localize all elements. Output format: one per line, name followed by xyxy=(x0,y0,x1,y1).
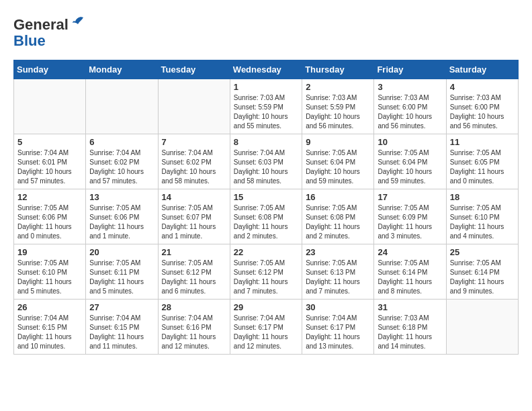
day-info: Sunrise: 7:05 AM Sunset: 6:08 PM Dayligh… xyxy=(306,203,370,241)
calendar-day-cell: 9Sunrise: 7:05 AM Sunset: 6:04 PM Daylig… xyxy=(302,134,374,189)
calendar-day-cell: 6Sunrise: 7:04 AM Sunset: 6:02 PM Daylig… xyxy=(86,134,158,189)
weekday-header: Thursday xyxy=(302,60,374,79)
calendar-day-cell: 8Sunrise: 7:04 AM Sunset: 6:03 PM Daylig… xyxy=(230,134,302,189)
day-info: Sunrise: 7:05 AM Sunset: 6:14 PM Dayligh… xyxy=(378,259,442,296)
calendar-empty-cell xyxy=(14,79,86,134)
calendar-week-row: 1Sunrise: 7:03 AM Sunset: 5:59 PM Daylig… xyxy=(14,79,519,134)
calendar-day-cell: 11Sunrise: 7:05 AM Sunset: 6:05 PM Dayli… xyxy=(446,134,518,189)
calendar-day-cell: 17Sunrise: 7:05 AM Sunset: 6:09 PM Dayli… xyxy=(374,189,446,244)
day-info: Sunrise: 7:05 AM Sunset: 6:14 PM Dayligh… xyxy=(450,259,515,296)
calendar-day-cell: 24Sunrise: 7:05 AM Sunset: 6:14 PM Dayli… xyxy=(374,244,446,300)
day-number: 11 xyxy=(450,137,515,147)
calendar-day-cell: 10Sunrise: 7:05 AM Sunset: 6:04 PM Dayli… xyxy=(374,134,446,189)
day-number: 22 xyxy=(234,247,298,257)
day-info: Sunrise: 7:03 AM Sunset: 5:59 PM Dayligh… xyxy=(234,93,298,131)
calendar-day-cell: 7Sunrise: 7:04 AM Sunset: 6:02 PM Daylig… xyxy=(158,134,230,189)
logo: General Blue xyxy=(13,13,86,49)
weekday-header: Friday xyxy=(374,60,446,79)
day-number: 24 xyxy=(378,247,442,257)
logo-bird-icon xyxy=(70,13,86,30)
day-number: 26 xyxy=(17,302,82,312)
calendar-day-cell: 21Sunrise: 7:05 AM Sunset: 6:12 PM Dayli… xyxy=(158,244,230,300)
weekday-header: Monday xyxy=(86,60,158,79)
day-info: Sunrise: 7:04 AM Sunset: 6:03 PM Dayligh… xyxy=(234,148,298,186)
day-number: 17 xyxy=(378,192,442,202)
day-number: 1 xyxy=(234,82,298,92)
day-number: 30 xyxy=(306,302,370,312)
day-number: 14 xyxy=(162,192,226,202)
calendar-day-cell: 4Sunrise: 7:03 AM Sunset: 6:00 PM Daylig… xyxy=(446,79,518,134)
calendar-day-cell: 12Sunrise: 7:05 AM Sunset: 6:06 PM Dayli… xyxy=(14,189,86,244)
calendar-day-cell: 5Sunrise: 7:04 AM Sunset: 6:01 PM Daylig… xyxy=(14,134,86,189)
day-info: Sunrise: 7:05 AM Sunset: 6:12 PM Dayligh… xyxy=(234,259,298,296)
day-info: Sunrise: 7:04 AM Sunset: 6:17 PM Dayligh… xyxy=(306,314,370,351)
day-number: 18 xyxy=(450,192,515,202)
day-number: 6 xyxy=(89,137,154,147)
calendar-empty-cell xyxy=(86,79,158,134)
day-info: Sunrise: 7:03 AM Sunset: 6:18 PM Dayligh… xyxy=(378,314,442,351)
calendar-day-cell: 19Sunrise: 7:05 AM Sunset: 6:10 PM Dayli… xyxy=(14,244,86,300)
day-number: 15 xyxy=(234,192,298,202)
day-number: 16 xyxy=(306,192,370,202)
calendar-day-cell: 3Sunrise: 7:03 AM Sunset: 6:00 PM Daylig… xyxy=(374,79,446,134)
day-info: Sunrise: 7:05 AM Sunset: 6:11 PM Dayligh… xyxy=(89,259,154,296)
calendar-empty-cell xyxy=(158,79,230,134)
calendar-day-cell: 26Sunrise: 7:04 AM Sunset: 6:15 PM Dayli… xyxy=(14,300,86,355)
day-info: Sunrise: 7:05 AM Sunset: 6:10 PM Dayligh… xyxy=(450,203,515,241)
day-number: 9 xyxy=(306,137,370,147)
weekday-header: Tuesday xyxy=(158,60,230,79)
calendar-day-cell: 27Sunrise: 7:04 AM Sunset: 6:15 PM Dayli… xyxy=(86,300,158,355)
day-info: Sunrise: 7:03 AM Sunset: 6:00 PM Dayligh… xyxy=(378,93,442,131)
calendar-day-cell: 25Sunrise: 7:05 AM Sunset: 6:14 PM Dayli… xyxy=(446,244,518,300)
day-number: 8 xyxy=(234,137,298,147)
day-number: 29 xyxy=(234,302,298,312)
logo-general: General xyxy=(13,16,69,33)
calendar-day-cell: 31Sunrise: 7:03 AM Sunset: 6:18 PM Dayli… xyxy=(374,300,446,355)
day-number: 20 xyxy=(89,247,154,257)
calendar-empty-cell xyxy=(446,300,518,355)
day-info: Sunrise: 7:05 AM Sunset: 6:12 PM Dayligh… xyxy=(162,259,226,296)
day-info: Sunrise: 7:05 AM Sunset: 6:13 PM Dayligh… xyxy=(306,259,370,296)
calendar-day-cell: 22Sunrise: 7:05 AM Sunset: 6:12 PM Dayli… xyxy=(230,244,302,300)
calendar-day-cell: 13Sunrise: 7:05 AM Sunset: 6:06 PM Dayli… xyxy=(86,189,158,244)
calendar-week-row: 19Sunrise: 7:05 AM Sunset: 6:10 PM Dayli… xyxy=(14,244,519,300)
page-header: General Blue xyxy=(13,13,519,49)
day-info: Sunrise: 7:05 AM Sunset: 6:09 PM Dayligh… xyxy=(378,203,442,241)
calendar-day-cell: 29Sunrise: 7:04 AM Sunset: 6:17 PM Dayli… xyxy=(230,300,302,355)
day-info: Sunrise: 7:05 AM Sunset: 6:05 PM Dayligh… xyxy=(450,148,515,186)
calendar-week-row: 26Sunrise: 7:04 AM Sunset: 6:15 PM Dayli… xyxy=(14,300,519,355)
calendar-table: SundayMondayTuesdayWednesdayThursdayFrid… xyxy=(13,60,519,355)
day-info: Sunrise: 7:05 AM Sunset: 6:07 PM Dayligh… xyxy=(162,203,226,241)
day-number: 4 xyxy=(450,82,515,92)
day-info: Sunrise: 7:04 AM Sunset: 6:15 PM Dayligh… xyxy=(89,314,154,351)
day-info: Sunrise: 7:03 AM Sunset: 5:59 PM Dayligh… xyxy=(306,93,370,131)
day-info: Sunrise: 7:04 AM Sunset: 6:17 PM Dayligh… xyxy=(234,314,298,351)
weekday-header: Sunday xyxy=(14,60,86,79)
weekday-header-row: SundayMondayTuesdayWednesdayThursdayFrid… xyxy=(14,60,519,79)
weekday-header: Saturday xyxy=(446,60,518,79)
day-number: 21 xyxy=(162,247,226,257)
day-info: Sunrise: 7:05 AM Sunset: 6:06 PM Dayligh… xyxy=(89,203,154,241)
day-number: 31 xyxy=(378,302,442,312)
day-number: 23 xyxy=(306,247,370,257)
calendar-day-cell: 18Sunrise: 7:05 AM Sunset: 6:10 PM Dayli… xyxy=(446,189,518,244)
day-number: 5 xyxy=(17,137,82,147)
calendar-day-cell: 15Sunrise: 7:05 AM Sunset: 6:08 PM Dayli… xyxy=(230,189,302,244)
day-info: Sunrise: 7:04 AM Sunset: 6:02 PM Dayligh… xyxy=(162,148,226,186)
calendar-day-cell: 23Sunrise: 7:05 AM Sunset: 6:13 PM Dayli… xyxy=(302,244,374,300)
weekday-header: Wednesday xyxy=(230,60,302,79)
day-info: Sunrise: 7:05 AM Sunset: 6:08 PM Dayligh… xyxy=(234,203,298,241)
day-info: Sunrise: 7:04 AM Sunset: 6:02 PM Dayligh… xyxy=(89,148,154,186)
day-number: 10 xyxy=(378,137,442,147)
calendar-day-cell: 16Sunrise: 7:05 AM Sunset: 6:08 PM Dayli… xyxy=(302,189,374,244)
day-info: Sunrise: 7:05 AM Sunset: 6:04 PM Dayligh… xyxy=(378,148,442,186)
calendar-week-row: 12Sunrise: 7:05 AM Sunset: 6:06 PM Dayli… xyxy=(14,189,519,244)
calendar-day-cell: 14Sunrise: 7:05 AM Sunset: 6:07 PM Dayli… xyxy=(158,189,230,244)
day-info: Sunrise: 7:03 AM Sunset: 6:00 PM Dayligh… xyxy=(450,93,515,131)
day-number: 19 xyxy=(17,247,82,257)
day-number: 27 xyxy=(89,302,154,312)
day-info: Sunrise: 7:04 AM Sunset: 6:16 PM Dayligh… xyxy=(162,314,226,351)
day-number: 12 xyxy=(17,192,82,202)
calendar-day-cell: 30Sunrise: 7:04 AM Sunset: 6:17 PM Dayli… xyxy=(302,300,374,355)
day-number: 13 xyxy=(89,192,154,202)
